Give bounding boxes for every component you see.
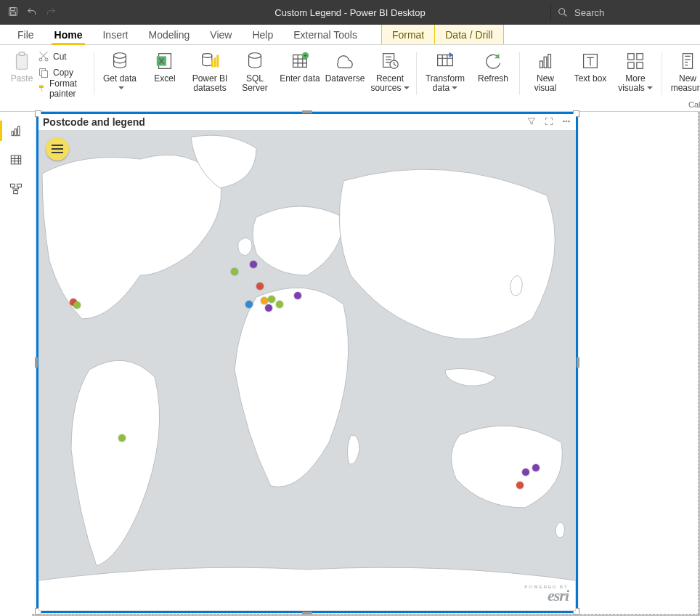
svg-point-6 bbox=[39, 58, 42, 61]
group-data: Get data Excel Power BI datasets SQL Ser… bbox=[94, 46, 416, 111]
data-point[interactable] bbox=[250, 261, 257, 268]
svg-rect-32 bbox=[683, 54, 692, 69]
data-point[interactable] bbox=[522, 469, 529, 476]
svg-rect-26 bbox=[548, 54, 551, 68]
recent-sources-button[interactable]: Recent sources bbox=[370, 48, 410, 93]
undo-icon[interactable] bbox=[26, 6, 38, 20]
sql-server-icon bbox=[243, 49, 266, 73]
excel-button[interactable]: Excel bbox=[145, 48, 185, 84]
data-point[interactable] bbox=[245, 301, 253, 308]
svg-rect-39 bbox=[17, 184, 22, 187]
svg-rect-34 bbox=[12, 131, 14, 136]
tab-modeling[interactable]: Modeling bbox=[138, 25, 200, 44]
group-clipboard: Paste Cut Copy Format painter bbox=[4, 46, 94, 111]
window-title: Custom Legend - Power BI Desktop bbox=[274, 7, 425, 18]
refresh-button[interactable]: Refresh bbox=[473, 48, 513, 84]
tab-file[interactable]: File bbox=[7, 25, 44, 44]
refresh-icon bbox=[481, 49, 505, 73]
data-point[interactable] bbox=[261, 297, 268, 304]
svg-point-41 bbox=[563, 121, 565, 122]
dataverse-button[interactable]: Dataverse bbox=[325, 48, 365, 84]
workspace: Postcode and legend bbox=[0, 112, 700, 616]
paste-icon bbox=[10, 49, 33, 73]
group-queries: Transform data Refresh bbox=[416, 46, 519, 111]
report-canvas[interactable]: Postcode and legend bbox=[32, 112, 700, 616]
save-icon[interactable] bbox=[7, 6, 19, 20]
tab-view[interactable]: View bbox=[200, 25, 242, 44]
data-point[interactable] bbox=[268, 296, 275, 303]
pbi-datasets-icon bbox=[198, 49, 221, 73]
svg-rect-37 bbox=[11, 155, 20, 164]
svg-rect-25 bbox=[544, 57, 547, 68]
group-calculations: New measure Quick measure Calculations bbox=[662, 46, 700, 111]
group-insert: New visual Text box More visuals bbox=[519, 46, 662, 111]
data-point[interactable] bbox=[265, 304, 272, 312]
data-point[interactable] bbox=[276, 301, 283, 308]
svg-rect-9 bbox=[41, 70, 47, 77]
tab-data-drill[interactable]: Data / Drill bbox=[434, 25, 503, 44]
new-visual-button[interactable]: New visual bbox=[525, 48, 566, 93]
report-view-icon bbox=[9, 123, 23, 138]
model-view-button[interactable] bbox=[0, 176, 32, 202]
data-point[interactable] bbox=[256, 283, 264, 290]
visual-header: Postcode and legend bbox=[38, 114, 576, 130]
data-point[interactable] bbox=[231, 268, 238, 275]
copy-button[interactable]: Copy bbox=[38, 65, 88, 80]
transform-data-button[interactable]: Transform data bbox=[422, 48, 468, 93]
svg-rect-28 bbox=[628, 54, 634, 60]
data-point[interactable] bbox=[532, 464, 540, 471]
svg-rect-38 bbox=[11, 184, 15, 187]
data-point[interactable] bbox=[516, 482, 524, 489]
svg-point-43 bbox=[569, 121, 570, 122]
more-visuals-button[interactable]: More visuals bbox=[615, 48, 656, 93]
svg-rect-2 bbox=[11, 12, 16, 14]
copy-icon bbox=[38, 67, 49, 78]
focus-mode-icon[interactable] bbox=[544, 116, 554, 129]
more-options-icon[interactable] bbox=[561, 116, 571, 129]
tab-format[interactable]: Format bbox=[381, 25, 435, 44]
svg-rect-17 bbox=[216, 55, 219, 68]
search-icon bbox=[557, 7, 569, 18]
get-data-button[interactable]: Get data bbox=[99, 48, 140, 93]
filter-icon[interactable] bbox=[526, 116, 537, 129]
format-painter-button[interactable]: Format painter bbox=[38, 81, 88, 96]
esri-logo: esri bbox=[548, 586, 569, 605]
search-input[interactable]: Search bbox=[550, 4, 696, 21]
quick-access-toolbar bbox=[4, 6, 57, 20]
tab-help[interactable]: Help bbox=[242, 25, 283, 44]
svg-rect-35 bbox=[15, 129, 17, 136]
map-visual[interactable]: Postcode and legend bbox=[36, 112, 578, 613]
model-view-icon bbox=[9, 182, 23, 196]
data-point[interactable] bbox=[73, 301, 81, 309]
data-point[interactable] bbox=[294, 292, 301, 299]
tab-external-tools[interactable]: External Tools bbox=[283, 25, 367, 44]
svg-rect-36 bbox=[18, 126, 20, 136]
sql-server-button[interactable]: SQL Server bbox=[235, 48, 275, 93]
resize-handle-top[interactable] bbox=[302, 110, 312, 113]
map-surface[interactable]: POWERED BY esri bbox=[38, 130, 576, 611]
ribbon: Paste Cut Copy Format painter bbox=[0, 45, 700, 112]
svg-rect-24 bbox=[540, 61, 543, 68]
data-point[interactable] bbox=[118, 434, 126, 442]
svg-point-7 bbox=[45, 58, 48, 61]
report-view-button[interactable] bbox=[0, 118, 32, 144]
search-placeholder: Search bbox=[574, 7, 604, 18]
svg-rect-1 bbox=[11, 7, 15, 10]
svg-point-18 bbox=[249, 53, 261, 59]
pbi-datasets-button[interactable]: Power BI datasets bbox=[190, 48, 230, 93]
svg-rect-30 bbox=[628, 62, 634, 68]
transform-data-icon bbox=[434, 49, 457, 73]
resize-handle-right[interactable] bbox=[577, 357, 579, 368]
data-view-button[interactable] bbox=[0, 147, 32, 173]
text-box-button[interactable]: Text box bbox=[570, 48, 611, 84]
legend-toggle-button[interactable] bbox=[46, 137, 69, 161]
data-view-icon bbox=[9, 153, 23, 167]
resize-handle-left[interactable] bbox=[35, 357, 38, 368]
enter-data-button[interactable]: Enter data bbox=[280, 48, 320, 84]
resize-handle-bottom[interactable] bbox=[302, 612, 312, 615]
svg-rect-31 bbox=[637, 62, 643, 68]
tab-insert[interactable]: Insert bbox=[92, 25, 138, 44]
cut-button[interactable]: Cut bbox=[38, 49, 88, 64]
tab-home[interactable]: Home bbox=[44, 25, 93, 44]
new-measure-button[interactable]: New measure bbox=[667, 48, 700, 93]
